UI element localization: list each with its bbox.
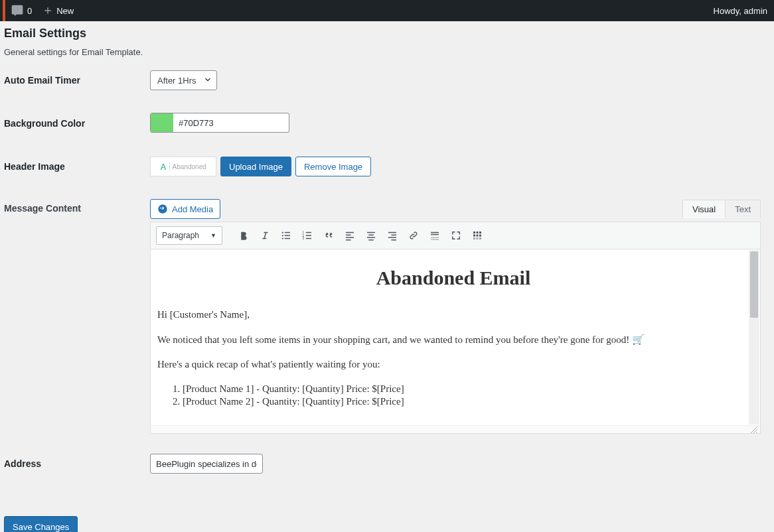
format-select[interactable]: Paragraph ▼	[156, 226, 222, 245]
resize-handle[interactable]	[151, 425, 760, 433]
svg-rect-21	[388, 232, 396, 233]
align-right-icon	[386, 230, 398, 241]
fullscreen-icon	[450, 230, 462, 241]
bold-button[interactable]	[234, 226, 253, 245]
adminbar-howdy[interactable]: Howdy, admin	[714, 6, 769, 16]
number-list-icon: 123	[301, 230, 313, 241]
svg-rect-24	[392, 239, 397, 241]
svg-rect-4	[285, 232, 290, 233]
plus-icon	[42, 5, 53, 16]
svg-rect-14	[346, 235, 351, 236]
svg-rect-36	[477, 237, 479, 239]
fullscreen-button[interactable]	[447, 226, 465, 245]
svg-rect-31	[479, 232, 481, 233]
adminbar-comments[interactable]: 0	[5, 0, 37, 21]
align-center-button[interactable]	[362, 226, 380, 245]
preview-text: Abandoned	[173, 163, 206, 170]
save-changes-button[interactable]: Save Changes	[4, 516, 78, 532]
bg-color-picker[interactable]	[150, 113, 289, 133]
timer-value: After 1Hrs	[157, 76, 196, 86]
editor-scrollbar[interactable]	[749, 250, 759, 425]
blockquote-button[interactable]	[319, 226, 338, 245]
align-left-icon	[344, 230, 356, 241]
svg-point-0	[161, 206, 162, 208]
svg-rect-10	[306, 232, 311, 233]
svg-rect-15	[346, 237, 354, 238]
caret-down-icon: ▼	[210, 232, 216, 239]
svg-rect-34	[479, 235, 481, 237]
format-select-label: Paragraph	[162, 231, 199, 240]
bullet-list-icon	[280, 230, 292, 241]
svg-rect-17	[367, 232, 375, 233]
timer-select[interactable]: After 1Hrs	[150, 70, 217, 90]
svg-rect-16	[346, 239, 351, 241]
svg-rect-27	[431, 237, 439, 238]
svg-rect-18	[368, 235, 374, 236]
editor-toolbar: Paragraph ▼ 123	[151, 222, 760, 249]
color-swatch[interactable]	[151, 113, 173, 132]
list-item: [Product Name 2] - Quantity: [Quantity] …	[183, 396, 749, 407]
align-left-button[interactable]	[341, 226, 359, 245]
editor: Paragraph ▼ 123	[150, 222, 761, 434]
greeting-line: Hi [Customer's Name],	[157, 309, 749, 320]
svg-rect-25	[431, 232, 439, 233]
read-more-button[interactable]	[426, 226, 444, 245]
logo-icon: A	[160, 162, 166, 172]
svg-rect-37	[479, 237, 481, 239]
list-item: [Product Name 1] - Quantity: [Quantity] …	[183, 383, 749, 395]
svg-rect-13	[346, 232, 354, 233]
adminbar-new[interactable]: New	[37, 0, 79, 21]
svg-rect-11	[306, 235, 311, 236]
address-input[interactable]	[150, 454, 263, 474]
page-subtitle: General settings for Email Template.	[4, 47, 761, 57]
svg-rect-12	[306, 238, 311, 239]
kitchen-sink-button[interactable]	[468, 226, 487, 245]
chevron-down-icon	[203, 75, 212, 86]
svg-rect-20	[368, 239, 374, 241]
svg-rect-22	[392, 235, 397, 236]
link-button[interactable]	[404, 226, 423, 245]
tab-text[interactable]: Text	[725, 200, 761, 218]
header-image-preview: A Abandoned	[150, 157, 216, 176]
remove-image-button[interactable]: Remove Image	[295, 157, 371, 176]
add-media-button[interactable]: Add Media	[150, 199, 220, 219]
body-line-1: We noticed that you left some items in y…	[157, 334, 749, 346]
align-right-button[interactable]	[383, 226, 402, 245]
svg-rect-26	[431, 234, 439, 235]
header-image-label: Header Image	[4, 161, 150, 172]
svg-rect-28	[431, 239, 439, 240]
svg-rect-5	[285, 235, 290, 236]
editor-content-area[interactable]: Abandoned Email Hi [Customer's Name], We…	[151, 249, 760, 425]
comment-icon	[11, 4, 24, 17]
bold-icon	[238, 230, 250, 241]
message-content-label: Message Content	[4, 199, 150, 214]
svg-point-1	[282, 232, 283, 233]
color-input[interactable]	[173, 113, 279, 132]
svg-rect-30	[477, 232, 479, 233]
italic-icon	[259, 230, 271, 241]
admin-top-bar: 0 New Howdy, admin	[0, 0, 774, 21]
svg-point-2	[282, 235, 283, 236]
italic-button[interactable]	[256, 226, 274, 245]
svg-rect-33	[477, 235, 479, 237]
grip-icon	[751, 427, 757, 433]
comments-count: 0	[27, 6, 32, 16]
bgcolor-label: Background Color	[4, 118, 150, 129]
align-center-icon	[365, 230, 377, 241]
scrollbar-thumb[interactable]	[750, 251, 758, 318]
svg-rect-29	[473, 232, 475, 233]
upload-image-button[interactable]: Upload Image	[220, 157, 291, 176]
media-icon	[157, 204, 168, 214]
add-media-label: Add Media	[172, 204, 213, 214]
svg-rect-32	[473, 235, 475, 237]
tab-visual[interactable]: Visual	[682, 200, 726, 218]
product-list: [Product Name 1] - Quantity: [Quantity] …	[176, 383, 749, 407]
numbered-list-button[interactable]: 123	[298, 226, 317, 245]
address-label: Address	[4, 458, 150, 469]
svg-rect-19	[367, 237, 375, 238]
body-line-2: Here's a quick recap of what's patiently…	[157, 359, 749, 370]
svg-text:3: 3	[303, 237, 305, 240]
svg-point-3	[282, 237, 283, 239]
page-title: Email Settings	[4, 27, 761, 40]
bulleted-list-button[interactable]	[277, 226, 295, 245]
